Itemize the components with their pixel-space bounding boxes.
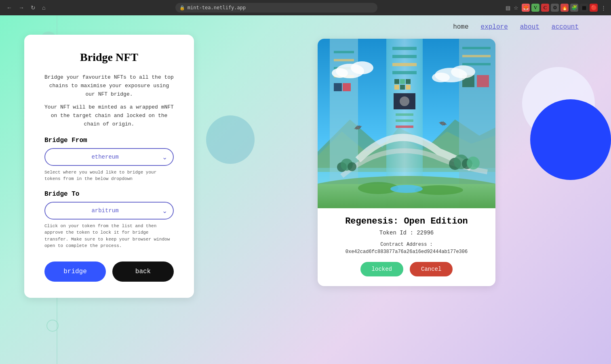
nft-contract: Contract Address : 0xe42cad6fc883877a76a… <box>327 241 486 255</box>
nft-contract-label: Contract Address : <box>380 242 433 247</box>
nft-actions: locked Cancel <box>327 262 486 276</box>
svg-rect-18 <box>396 126 413 128</box>
svg-rect-16 <box>396 113 413 116</box>
main-layout: Bridge NFT Bridge your favourite NFTs to… <box>0 35 611 298</box>
bridge-desc-2: Your NFT will be minted as a wrapped mNF… <box>44 103 174 128</box>
svg-rect-11 <box>394 85 399 90</box>
svg-point-44 <box>351 61 373 74</box>
star-button[interactable]: ☆ <box>514 5 518 11</box>
page-content: home explore about account Bridge NFT Br… <box>0 15 611 364</box>
deco-circle-teal <box>206 115 255 164</box>
bridge-to-label: Bridge To <box>44 190 174 198</box>
svg-rect-29 <box>462 63 491 65</box>
nft-contract-address: 0xe42cad6fc883877a76a26a16ed92444ab177e3… <box>346 249 468 255</box>
bridge-card-title: Bridge NFT <box>44 51 174 64</box>
bridge-description: Bridge your favourite NFTs to all the to… <box>44 73 174 129</box>
svg-rect-21 <box>334 59 354 61</box>
bridge-card: Bridge NFT Bridge your favourite NFTs to… <box>24 35 194 298</box>
svg-rect-12 <box>400 85 405 90</box>
svg-point-52 <box>467 157 480 169</box>
navigation: home explore about account <box>0 15 611 35</box>
bridge-from-label: Bridge From <box>44 137 174 144</box>
bridge-from-hint: Select where you would like to bridge yo… <box>44 169 174 182</box>
menu-button[interactable]: ⋮ <box>601 5 606 11</box>
svg-point-36 <box>390 185 423 193</box>
svg-rect-17 <box>396 119 413 122</box>
ext-metamask-icon[interactable]: 🦊 <box>522 4 530 12</box>
nft-token-id: Token Id : 22996 <box>327 230 486 236</box>
ext-red-icon[interactable]: 🔴 <box>590 4 598 12</box>
back-nav-button[interactable]: ← <box>5 3 14 13</box>
ext-flame-icon[interactable]: 🔥 <box>560 4 569 12</box>
svg-rect-7 <box>392 71 417 74</box>
bridge-desc-1: Bridge your favourite NFTs to all the to… <box>44 73 174 98</box>
nav-about[interactable]: about <box>520 23 539 31</box>
back-button[interactable]: back <box>112 261 174 282</box>
forward-nav-button[interactable]: → <box>17 3 26 13</box>
home-button[interactable]: ⌂ <box>40 3 47 13</box>
bridge-to-select[interactable]: arbitrum polygon ethereum optimism binan… <box>44 202 174 220</box>
bridge-card-actions: bridge back <box>44 261 174 282</box>
bridge-from-section: Bridge From ethereum polygon arbitrum op… <box>44 137 174 182</box>
nft-title: Regenesis: Open Edition <box>327 216 486 226</box>
svg-rect-4 <box>392 47 417 50</box>
svg-rect-25 <box>343 83 351 91</box>
bridge-from-select[interactable]: ethereum polygon arbitrum optimism binan… <box>44 148 174 166</box>
nft-image-svg <box>318 39 495 208</box>
deco-circle-outline <box>46 320 59 332</box>
bridge-to-hint: Click on your token from the list and th… <box>44 223 174 249</box>
nav-account[interactable]: account <box>552 23 579 31</box>
svg-rect-13 <box>406 85 411 90</box>
locked-button[interactable]: locked <box>360 262 403 276</box>
bridge-from-wrapper: ethereum polygon arbitrum optimism binan… <box>44 148 174 166</box>
deco-circle-blue <box>530 99 611 180</box>
extension-icons: 🦊 V C ⚙ 🔥 🧩 ▦ 🔴 <box>522 4 598 12</box>
lock-icon: 🔒 <box>179 5 185 10</box>
svg-rect-24 <box>334 83 342 91</box>
nft-card: Regenesis: Open Edition Token Id : 22996… <box>318 39 495 286</box>
svg-rect-27 <box>462 47 491 49</box>
ext-puzzle-icon[interactable]: 🧩 <box>570 4 578 12</box>
svg-point-45 <box>332 68 348 78</box>
ext-gear-icon[interactable]: ⚙ <box>551 4 559 12</box>
svg-rect-31 <box>477 75 489 87</box>
nav-explore[interactable]: explore <box>481 23 508 31</box>
browser-chrome: ← → ↻ ⌂ 🔒 mint-tea.netlify.app ▤ ☆ 🦊 V C… <box>0 0 611 15</box>
ext-v-icon[interactable]: V <box>531 4 539 12</box>
bridge-to-section: Bridge To arbitrum polygon ethereum opti… <box>44 190 174 249</box>
svg-rect-28 <box>462 55 491 57</box>
cast-button[interactable]: ▤ <box>506 5 510 11</box>
svg-rect-6 <box>392 63 417 66</box>
ext-grid-icon[interactable]: ▦ <box>580 4 588 12</box>
browser-actions: ▤ ☆ 🦊 V C ⚙ 🔥 🧩 ▦ 🔴 ⋮ <box>506 4 606 12</box>
svg-point-47 <box>451 65 475 78</box>
ext-c-icon[interactable]: C <box>541 4 549 12</box>
cancel-button[interactable]: Cancel <box>410 262 453 276</box>
svg-rect-10 <box>406 79 411 84</box>
svg-point-15 <box>400 96 409 106</box>
svg-point-48 <box>432 73 450 82</box>
bridge-to-wrapper: arbitrum polygon ethereum optimism binan… <box>44 202 174 220</box>
nft-info: Regenesis: Open Edition Token Id : 22996… <box>318 208 495 286</box>
nft-image-container <box>318 39 495 208</box>
svg-rect-5 <box>392 55 417 58</box>
nav-home[interactable]: home <box>453 23 468 31</box>
bridge-button[interactable]: bridge <box>44 261 106 282</box>
nft-section: Regenesis: Open Edition Token Id : 22996… <box>226 35 587 286</box>
svg-rect-8 <box>394 79 399 84</box>
svg-rect-20 <box>334 51 354 53</box>
url-text: mint-tea.netlify.app <box>188 5 246 10</box>
svg-point-55 <box>348 162 356 171</box>
reload-button[interactable]: ↻ <box>29 3 37 13</box>
svg-rect-9 <box>400 79 405 84</box>
address-bar[interactable]: 🔒 mint-tea.netlify.app <box>175 3 377 13</box>
